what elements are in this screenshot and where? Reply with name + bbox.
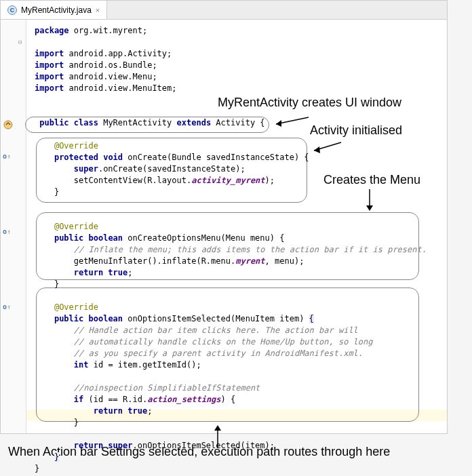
method-sig: onCreateOptionsMenu(Menu menu) { <box>127 233 284 243</box>
annotation-override: @Override <box>54 141 98 151</box>
gutter-marker[interactable]: o↑ <box>3 303 11 311</box>
brace-match: } <box>54 452 59 462</box>
code-text: ; <box>127 268 132 277</box>
editor-body: ⊟ o↑ o↑ o↑ package org.wit.myrent; impor… <box>1 20 447 433</box>
kw-public: public boolean <box>54 314 127 323</box>
parent-class: Activity { <box>216 118 264 127</box>
kw-return: return super <box>74 441 133 450</box>
comment: // Handle action bar item clicks here. T… <box>74 325 358 335</box>
code-text: } <box>74 418 79 427</box>
class-icon: C <box>7 5 17 15</box>
kw-if: if <box>74 395 89 404</box>
import-line: android.view.MenuItem; <box>69 83 177 93</box>
tab-bar: C MyRentActivity.java × <box>1 1 447 20</box>
kw-import: import <box>35 60 69 70</box>
resource-ref: myrent <box>235 256 264 266</box>
annotation-override: @Override <box>54 302 98 312</box>
annotation-override: @Override <box>54 222 98 231</box>
kw-protected: protected void <box>54 153 127 162</box>
kw-return: return true <box>74 268 127 277</box>
code-text: ; <box>147 406 152 416</box>
file-tab[interactable]: C MyRentActivity.java × <box>1 1 107 19</box>
resource-ref: action_settings <box>147 395 220 404</box>
gutter[interactable]: ⊟ o↑ o↑ o↑ <box>1 20 26 433</box>
code-text: setContentView(R.layout. <box>74 176 191 185</box>
kw-return: return true <box>94 406 147 416</box>
code-text: getMenuInflater().inflate(R.menu. <box>74 256 235 266</box>
code-text: ); <box>265 176 275 185</box>
code-text: id = item.getItemId(); <box>94 360 201 370</box>
tab-filename: MyRentActivity.java <box>21 5 92 15</box>
comment: // Inflate the menu; this adds items to … <box>74 245 427 254</box>
comment: //noinspection SimplifiableIfStatement <box>74 383 260 393</box>
kw-package: package <box>35 26 74 35</box>
class-close: } <box>35 464 39 473</box>
import-line: android.view.Menu; <box>69 72 157 81</box>
kw-import: import <box>35 72 69 81</box>
package-name: org.wit.myrent; <box>74 26 147 35</box>
kw-public: public class <box>39 118 103 127</box>
import-line: android.os.Bundle; <box>69 60 157 70</box>
kw-super: super <box>74 164 98 174</box>
code-text: (id == R.id. <box>88 395 147 404</box>
class-name: MyRentActivity <box>103 118 176 127</box>
kw-public: public boolean <box>54 233 127 243</box>
code-text: ) { <box>221 395 236 404</box>
kw-import: import <box>35 83 69 93</box>
kw-int: int <box>74 360 94 370</box>
import-line: android.app.Activity; <box>69 49 172 58</box>
kw-import: import <box>35 49 69 58</box>
comment: // automatically handle clicks on the Ho… <box>74 337 373 346</box>
kw-extends: extends <box>177 118 216 127</box>
method-sig: onCreate(Bundle savedInstanceState) { <box>127 153 309 162</box>
gutter-marker[interactable]: o↑ <box>3 228 11 235</box>
editor-frame: C MyRentActivity.java × ⊟ o↑ o↑ o↑ packa… <box>0 0 448 434</box>
close-icon[interactable]: × <box>96 6 100 14</box>
gutter-marker[interactable]: o↑ <box>3 153 11 160</box>
code-area[interactable]: package org.wit.myrent; import android.a… <box>26 20 447 433</box>
code-text: .onOptionsItemSelected(item); <box>133 441 275 450</box>
fold-handle[interactable]: ⊟ <box>18 39 24 45</box>
resource-ref: activity_myrent <box>191 176 264 185</box>
gutter-override-icon[interactable] <box>3 120 13 130</box>
svg-point-0 <box>4 121 12 129</box>
comment: // as you specify a parent activity in A… <box>74 349 363 358</box>
method-sig: onOptionsItemSelected(MenuItem item) <box>127 314 309 323</box>
code-text: .onCreate(savedInstanceState); <box>98 164 245 174</box>
brace-match: { <box>309 314 314 323</box>
code-text: , menu); <box>265 256 304 266</box>
